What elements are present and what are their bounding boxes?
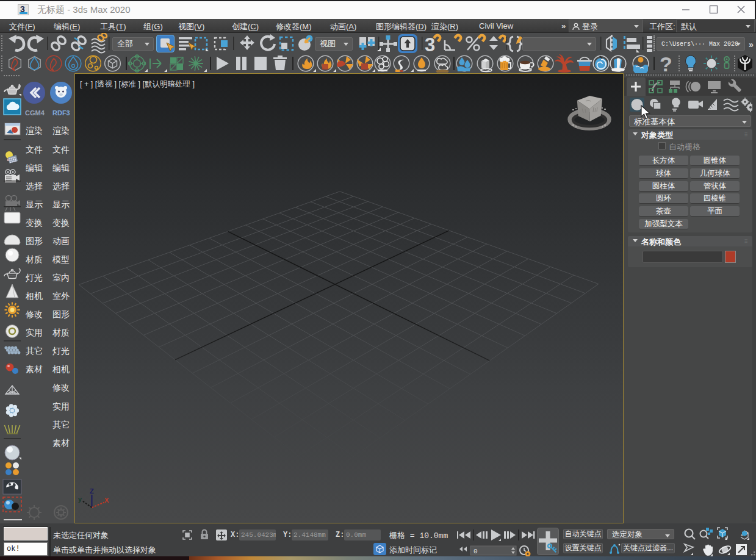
svg-text:0: 0	[473, 548, 478, 555]
svg-text:?: ?	[660, 54, 672, 73]
svg-text:X: X	[104, 497, 109, 504]
svg-text:»: »	[749, 40, 754, 49]
svg-text:Z: Z	[90, 487, 94, 495]
svg-text:y: y	[78, 495, 82, 503]
